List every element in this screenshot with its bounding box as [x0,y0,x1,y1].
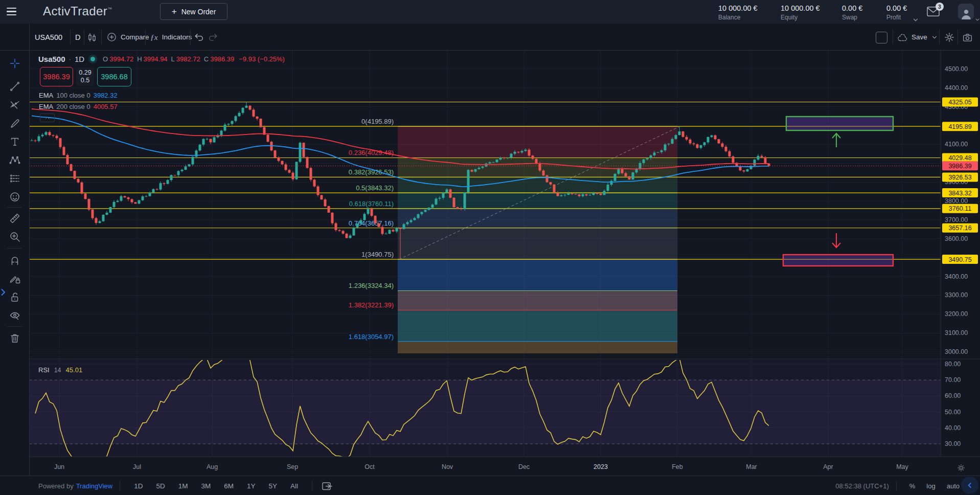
high-value: 3994.94 [144,55,168,63]
chevron-right-icon [1,288,6,296]
collapse-panel-button[interactable] [961,477,978,494]
svg-text:3300.00: 3300.00 [945,291,968,299]
multichart-layout-button[interactable] [876,32,887,43]
clock[interactable]: 08:52:38 (UTC+1) [835,482,888,490]
magnet-icon [9,255,20,266]
new-order-button[interactable]: + New Order [160,3,227,20]
gear-icon [944,32,955,43]
close-value: 3986.39 [210,55,234,63]
chart-type-button[interactable] [86,24,98,51]
svg-text:4400.00: 4400.00 [945,84,968,92]
save-layout-button[interactable]: Save [896,24,937,51]
menu-icon[interactable] [7,8,16,15]
svg-text:Feb: Feb [672,463,683,470]
svg-text:3800.00: 3800.00 [945,197,968,205]
app-logo: ActivTrader™ [43,4,112,18]
equity-stat: 10 000.00 €Equity [781,4,820,21]
chart-legend[interactable]: Usa500 · 1D O3994.72 H3994.94 L3982.72 C… [38,55,285,63]
range-3m[interactable]: 3M [201,482,211,490]
cloud-icon [896,32,908,42]
tradingview-link[interactable]: TradingView [76,482,113,490]
tool-zoom-in[interactable] [7,229,22,244]
market-status-icon[interactable] [90,57,95,61]
plus-icon: + [172,7,177,17]
range-1y[interactable]: 1Y [247,482,256,490]
go-to-date-button[interactable] [322,481,333,491]
svg-text:4325.05: 4325.05 [948,99,971,106]
range-all[interactable]: All [290,482,298,490]
svg-text:Dec: Dec [518,463,530,470]
interval-button[interactable]: D [75,24,80,51]
tool-lock-all[interactable] [7,289,22,305]
svg-text:0.5(3843.32): 0.5(3843.32) [356,184,394,192]
svg-text:3843.32: 3843.32 [948,190,971,197]
chevron-left-icon [966,482,973,489]
avatar-caret-icon[interactable] [975,18,979,21]
undo-button[interactable] [194,24,204,51]
tool-xabcd-pattern[interactable] [7,152,22,168]
percent-scale-button[interactable]: % [909,482,916,490]
range-5y[interactable]: 5Y [269,482,278,490]
balance-stat: 10 000.00 €Balance [718,4,758,21]
tool-measure[interactable] [7,210,22,226]
crosshair-icon [9,58,20,69]
trademark: ™ [107,7,112,12]
brush-icon [9,118,20,129]
spread-top: 0.29 [79,69,91,77]
svg-text:3200.00: 3200.00 [945,310,968,318]
save-caret-icon [932,36,937,39]
svg-text:Sep: Sep [287,463,298,470]
stats-caret-icon[interactable] [913,18,918,21]
undo-icon [194,32,204,42]
svg-text:4029.48: 4029.48 [948,154,971,162]
rsi-legend[interactable]: RSI 14 45.01 [38,366,82,374]
tool-crosshair[interactable] [7,55,22,71]
tool-trend-line[interactable] [7,78,22,94]
svg-text:3700.00: 3700.00 [945,216,968,223]
tool-text[interactable] [7,133,22,149]
swap-stat: 0.00 €Swap [842,4,862,21]
tool-remove-drawings[interactable] [7,330,22,346]
range-1m[interactable]: 1M [178,482,188,490]
range-5d[interactable]: 5D [156,482,165,490]
open-value: 3994.72 [109,55,133,63]
svg-text:Oct: Oct [364,463,375,470]
tool-brush[interactable] [7,115,22,131]
tool-drawing-lock[interactable] [7,271,22,286]
ema100-legend[interactable]: EMA 100 close 0 3982.32 [39,92,118,99]
tool-gann-fib[interactable] [7,97,22,112]
mail-badge: 3 [936,3,944,11]
legend-collapse-button[interactable] [40,114,55,122]
bottom-bar: Powered by TradingView 1D 5D 1M 3M 6M 1Y… [0,476,980,495]
axis-settings-icon[interactable] [955,462,967,474]
tool-emoji[interactable] [7,189,22,205]
spread-indicator: 0.29 0.5 [76,68,94,86]
profit-stat: 0.00 €Profit [886,4,907,21]
svg-text:0.764(3657.16): 0.764(3657.16) [349,219,394,227]
redo-button[interactable] [208,24,218,51]
indicators-button[interactable]: ƒx Indicators [150,24,192,51]
range-6m[interactable]: 6M [224,482,234,490]
tool-hide-drawings[interactable] [7,307,22,323]
range-1d[interactable]: 1D [134,482,143,490]
log-scale-button[interactable]: log [926,482,935,490]
auto-scale-button[interactable]: auto [947,482,960,490]
chart-settings-button[interactable] [944,24,955,51]
tool-magnet[interactable] [7,252,22,268]
symbol-button[interactable]: USA500 [35,24,62,51]
compare-button[interactable]: Compare [106,24,149,51]
buy-price-button[interactable]: 3986.68 [97,67,131,86]
snapshot-button[interactable] [962,24,973,51]
svg-text:3926.53: 3926.53 [948,174,971,181]
svg-text:Aug: Aug [207,463,218,470]
object-tree-expand-button[interactable] [0,287,6,297]
chart-canvas[interactable]: 0(4195.89)0.236(4029.48)0.382(3926.53)0.… [0,0,980,495]
avatar[interactable] [958,4,974,19]
sell-price-button[interactable]: 3986.39 [40,67,73,86]
ema200-legend[interactable]: EMA 200 close 0 4005.57 [39,103,118,110]
rsi-value: 45.01 [66,366,83,374]
powered-by-label: Powered by [38,482,74,490]
eye-icon [9,310,20,321]
redo-icon [208,32,218,42]
tool-forecast[interactable] [7,170,22,186]
